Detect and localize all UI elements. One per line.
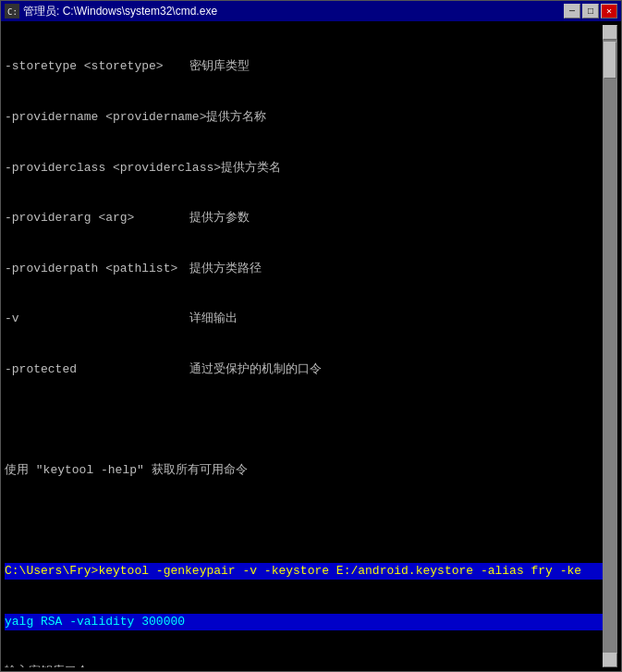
cmd-icon: C: bbox=[5, 4, 19, 18]
line-help-hint: 使用 "keytool -help" 获取所有可用命令 bbox=[5, 462, 603, 479]
scrollbar[interactable]: ▲ ▼ bbox=[603, 25, 617, 667]
line-v: -v详细输出 bbox=[5, 311, 603, 327]
line-protected: -protected通过受保护的机制的口令 bbox=[5, 361, 603, 378]
maximize-button[interactable]: □ bbox=[582, 4, 599, 18]
line-enter-keystore-pwd: 输入密钥库口令: bbox=[5, 664, 603, 667]
scrollbar-thumb[interactable] bbox=[604, 42, 616, 79]
line-providername: -providername <providername>提供方名称 bbox=[5, 109, 603, 126]
line-cmd1: C:\Users\Fry>keytool -genkeypair -v -key… bbox=[5, 563, 603, 580]
cmd-window: C: 管理员: C:\Windows\system32\cmd.exe ─ □ … bbox=[0, 0, 622, 672]
scroll-up-button[interactable]: ▲ bbox=[603, 25, 617, 40]
title-controls: ─ □ ✕ bbox=[564, 4, 617, 18]
minimize-button[interactable]: ─ bbox=[564, 4, 580, 18]
window-title: 管理员: C:\Windows\system32\cmd.exe bbox=[23, 4, 217, 19]
terminal-output: -storetype <storetype>密钥库类型 -providernam… bbox=[5, 25, 603, 667]
title-bar: C: 管理员: C:\Windows\system32\cmd.exe ─ □ … bbox=[1, 1, 621, 21]
title-bar-left: C: 管理员: C:\Windows\system32\cmd.exe bbox=[5, 4, 217, 19]
terminal-content: -storetype <storetype>密钥库类型 -providernam… bbox=[1, 21, 621, 671]
blank-line-2 bbox=[5, 512, 603, 529]
line-providerpath: -providerpath <pathlist>提供方类路径 bbox=[5, 261, 603, 277]
line-storetype: -storetype <storetype>密钥库类型 bbox=[5, 58, 603, 75]
scroll-down-button[interactable]: ▼ bbox=[603, 653, 617, 667]
svg-text:C:: C: bbox=[7, 7, 18, 17]
line-cmd2: yalg RSA -validity 300000 bbox=[5, 614, 603, 630]
line-providerarg: -providerarg <arg>提供方参数 bbox=[5, 210, 603, 226]
blank-line-1 bbox=[5, 411, 603, 428]
line-providerclass: -providerclass <providerclass>提供方类名 bbox=[5, 160, 603, 177]
scrollbar-track[interactable] bbox=[603, 40, 617, 653]
close-button[interactable]: ✕ bbox=[601, 4, 617, 18]
